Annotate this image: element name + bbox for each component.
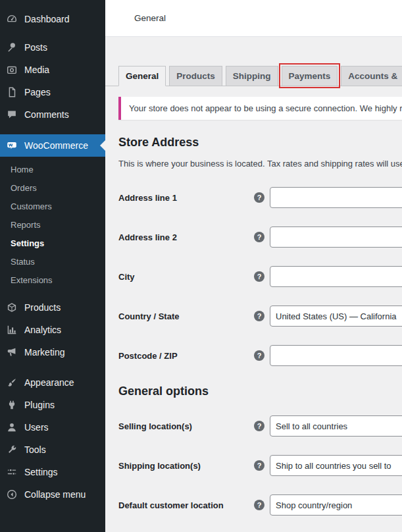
sidebar-item-label: Users (24, 422, 49, 433)
help-icon[interactable]: ? (254, 460, 264, 471)
sidebar-item-label: Plugins (24, 400, 55, 410)
speech-bubble-icon (5, 108, 18, 121)
address-line-2-input[interactable] (270, 226, 402, 248)
sidebar-item-label: Media (24, 65, 49, 75)
megaphone-icon (5, 346, 18, 359)
sidebar-item-users[interactable]: Users (0, 416, 105, 439)
postcode-zip-input[interactable] (270, 345, 402, 366)
woocommerce-submenu: Home Orders Customers Reports Settings S… (0, 157, 105, 296)
settings-tabs: General Products Shipping Payments Accou… (105, 66, 402, 86)
person-icon (5, 421, 18, 434)
shipping-locations-select[interactable]: Ship to all countries you sell to (270, 455, 402, 476)
sidebar-item-dashboard[interactable]: Dashboard (0, 8, 105, 30)
submenu-item-settings[interactable]: Settings (0, 234, 105, 253)
menu-separator (0, 363, 105, 371)
field-label: Postcode / ZIP (118, 351, 254, 361)
address-line-1-input[interactable] (270, 187, 402, 208)
sidebar-item-label: WooCommerce (24, 140, 88, 151)
sidebar-item-comments[interactable]: Comments (0, 103, 105, 126)
form-row-address-line-1: Address line 1 ? (118, 187, 402, 208)
tab-payments[interactable]: Payments (282, 66, 338, 86)
submenu-item-orders[interactable]: Orders (0, 179, 105, 198)
sidebar-item-label: Settings (24, 467, 58, 477)
submenu-item-reports[interactable]: Reports (0, 216, 105, 234)
sidebar-item-label: Collapse menu (24, 489, 86, 500)
help-icon[interactable]: ? (254, 311, 264, 321)
field-label: Address line 1 (118, 193, 254, 203)
general-options-heading: General options (118, 385, 402, 398)
field-label: City (118, 272, 254, 282)
selected-value: Shop country/region (276, 500, 352, 510)
settings-header-bar: General (105, 0, 402, 37)
store-address-description: This is where your business is located. … (118, 159, 402, 169)
sidebar-item-tools[interactable]: Tools (0, 439, 105, 461)
form-row-country-state: Country / State ? United States (US) — C… (118, 306, 402, 327)
form-row-city: City ? (118, 266, 402, 287)
general-options-form: Selling location(s) ? Sell to all countr… (118, 415, 402, 516)
sidebar-item-label: Products (24, 302, 61, 313)
submenu-item-customers[interactable]: Customers (0, 198, 105, 216)
plug-icon (5, 398, 18, 412)
tab-general[interactable]: General (118, 66, 166, 86)
field-label: Address line 2 (118, 232, 254, 242)
woocommerce-logo-icon (5, 139, 18, 152)
sidebar-item-marketing[interactable]: Marketing (0, 341, 105, 363)
selected-value: Sell to all countries (276, 421, 347, 431)
form-row-selling-locations: Selling location(s) ? Sell to all countr… (118, 415, 402, 437)
sidebar-item-posts[interactable]: Posts (0, 36, 105, 59)
help-icon[interactable]: ? (254, 271, 264, 282)
sidebar-item-products[interactable]: Products (0, 296, 105, 319)
collapse-arrow-icon (5, 488, 18, 501)
sidebar-item-label: Posts (24, 42, 47, 53)
form-row-default-customer-location: Default customer location ? Shop country… (118, 494, 402, 516)
selected-value: United States (US) — California (276, 311, 397, 321)
sidebar-item-label: Tools (24, 444, 46, 455)
city-input[interactable] (270, 266, 402, 287)
sidebar-item-label: Marketing (24, 347, 64, 358)
help-icon[interactable]: ? (254, 350, 264, 361)
store-address-form: Address line 1 ? Address line 2 ? City ?… (118, 187, 402, 366)
sidebar-item-appearance[interactable]: Appearance (0, 371, 105, 394)
selected-value: Ship to all countries you sell to (276, 461, 391, 471)
form-row-address-line-2: Address line 2 ? (118, 226, 402, 248)
bar-chart-icon (5, 323, 18, 336)
camera-icon (5, 63, 18, 76)
help-icon[interactable]: ? (254, 192, 264, 203)
sidebar-item-label: Appearance (24, 377, 74, 388)
sidebar-item-media[interactable]: Media (0, 59, 105, 81)
sidebar-item-label: Dashboard (24, 14, 70, 24)
page-title: General (134, 13, 166, 23)
default-customer-location-select[interactable]: Shop country/region (270, 494, 402, 516)
sidebar-item-analytics[interactable]: Analytics (0, 319, 105, 341)
tab-shipping[interactable]: Shipping (226, 66, 278, 86)
wrench-icon (5, 443, 18, 456)
sidebar-item-pages[interactable]: Pages (0, 81, 105, 103)
dashboard-icon (5, 13, 18, 26)
submenu-item-status[interactable]: Status (0, 253, 105, 271)
help-icon[interactable]: ? (254, 500, 264, 510)
tab-accounts-privacy[interactable]: Accounts & (341, 66, 402, 86)
help-icon[interactable]: ? (254, 232, 264, 242)
paintbrush-icon (5, 376, 18, 389)
field-label: Default customer location (118, 500, 254, 510)
submenu-item-extensions[interactable]: Extensions (0, 271, 105, 290)
tab-products[interactable]: Products (169, 66, 222, 86)
help-icon[interactable]: ? (254, 421, 264, 431)
sidebar-item-collapse-menu[interactable]: Collapse menu (0, 483, 105, 506)
notice-text: Your store does not appear to be using a… (129, 103, 402, 113)
page-icon (5, 86, 18, 99)
field-label: Selling location(s) (118, 421, 254, 431)
sidebar-item-woocommerce[interactable]: WooCommerce (0, 134, 105, 157)
submenu-item-home[interactable]: Home (0, 161, 105, 179)
sliders-icon (5, 466, 18, 479)
sidebar-item-settings[interactable]: Settings (0, 461, 105, 483)
sidebar-item-plugins[interactable]: Plugins (0, 394, 105, 416)
menu-separator (0, 126, 105, 134)
selling-locations-select[interactable]: Sell to all countries (270, 415, 402, 437)
store-address-heading: Store Address (118, 136, 402, 149)
admin-sidebar: Dashboard Posts Media Pages Comments Woo… (0, 0, 105, 532)
pushpin-icon (5, 41, 18, 54)
sidebar-item-label: Analytics (24, 325, 61, 335)
country-state-select[interactable]: United States (US) — California (270, 306, 402, 327)
current-menu-arrow (95, 140, 105, 151)
